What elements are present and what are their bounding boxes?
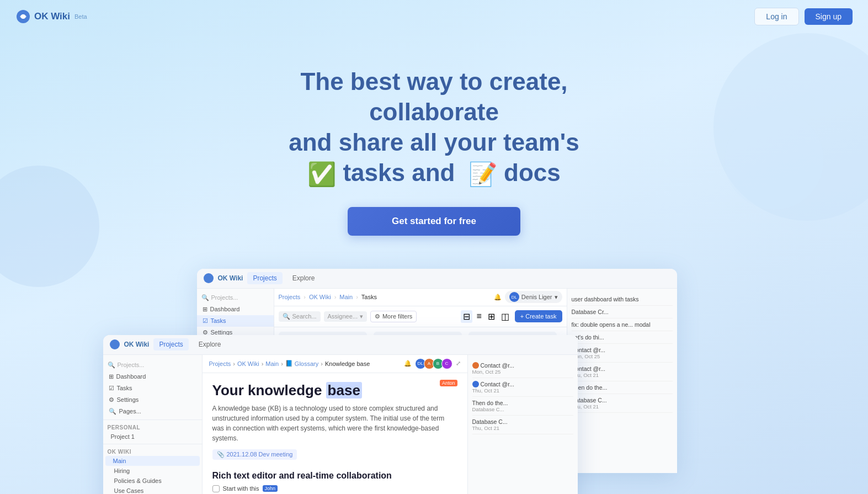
wiki-window-chrome: OK Wiki Projects Explore: [103, 335, 578, 355]
avatar-4: C: [441, 358, 452, 369]
right-task-1[interactable]: user dashboard with tasks: [572, 293, 673, 306]
wiki-nav-pages[interactable]: 🔍 Pages...: [103, 406, 202, 417]
expand-icon[interactable]: ⤢: [456, 360, 461, 367]
sep1: ›: [303, 294, 306, 300]
wiki-sep2: [103, 444, 202, 444]
view-table-icon[interactable]: ⊞: [486, 310, 497, 323]
tasks-toolbar: 🔍 Search... Assignee... ▾ ⚙ More filters…: [274, 306, 567, 327]
tasks-top-right: 🔔 DL Denis Liger ▾: [494, 291, 562, 303]
right-task-5[interactable]: Contact @r... Mon, Oct 25: [572, 344, 673, 363]
right-task-8[interactable]: Database C... Thu, Oct 21: [572, 394, 673, 413]
wiki-bc-main[interactable]: Main: [265, 360, 279, 367]
sep3: ›: [356, 294, 358, 300]
anton-badge: Anton: [440, 380, 457, 386]
avatar-row: DL A B C: [415, 358, 452, 369]
wiki-right-task-1[interactable]: Contact @r... Mon, Oct 25: [472, 359, 573, 378]
tasks-brand-text: OK Wiki: [218, 274, 243, 282]
tasks-sidebar-search[interactable]: 🔍 Projects...: [197, 292, 274, 304]
user-name: Denis Liger: [521, 294, 552, 300]
wiki-right-panel: Contact @r... Mon, Oct 25 Contact @r... …: [467, 355, 578, 494]
wiki-page-title: Your knowledge base: [212, 382, 457, 399]
tasks-right-panel: user dashboard with tasks Database Cr...…: [567, 289, 677, 473]
view-extra-icon[interactable]: ◫: [499, 310, 512, 323]
bc-sep1: ›: [233, 360, 235, 367]
tasks-tab-explore[interactable]: Explore: [287, 272, 321, 284]
wiki-usecases[interactable]: Use Cases: [103, 486, 202, 494]
signup-button[interactable]: Sign up: [805, 8, 853, 25]
wiki-section-title: Rich text editor and real-time collabora…: [212, 471, 457, 481]
tasks-nav-tasks[interactable]: ☑ Tasks: [197, 315, 274, 327]
docs-emoji: 📝: [468, 161, 497, 187]
assignee-label: Assignee...: [328, 313, 358, 320]
wiki-main-item[interactable]: Main: [105, 456, 200, 466]
view-switcher: ⊟ ≡ ⊞ ◫: [461, 310, 511, 323]
wiki-okwiki-label: OK WIKI: [103, 447, 202, 456]
chevron-icon: ▾: [360, 313, 363, 320]
wiki-right-task-4[interactable]: Database C... Thu, Oct 21: [472, 416, 573, 434]
wiki-tab-explore[interactable]: Explore: [193, 338, 227, 350]
right-task-3[interactable]: fix: double opens a ne... modal: [572, 318, 673, 331]
wiki-sep1: [103, 419, 202, 420]
wiki-personal-label: PERSONAL: [103, 422, 202, 432]
login-button[interactable]: Log in: [754, 8, 798, 25]
brand-badge: Beta: [74, 13, 87, 20]
wiki-bc-kb: Knowledge base: [325, 360, 370, 367]
wiki-content-body: Anton Your knowledge base A knowledge ba…: [203, 373, 467, 494]
tasks-window-chrome: OK Wiki Projects Explore: [197, 269, 677, 289]
dashboard-icon: ⊞: [203, 306, 207, 313]
wiki-nav-tasks[interactable]: ☑ Tasks: [103, 383, 202, 394]
breadcrumb-tasks: Tasks: [361, 294, 377, 300]
task-status-dot-1: [472, 362, 479, 369]
view-list-icon[interactable]: ≡: [474, 310, 483, 323]
wiki-date-badge: 📎 2021.12.08 Dev meeting: [212, 449, 297, 460]
right-task-7[interactable]: Then do the...: [572, 381, 673, 394]
wiki-project1[interactable]: Project 1: [103, 432, 202, 442]
brand-name: OK Wiki: [34, 11, 70, 22]
wiki-bc-glossary[interactable]: 📘 Glossary: [285, 360, 318, 367]
task1-checkbox[interactable]: [212, 485, 220, 492]
right-task-4[interactable]: Let's do thi...: [572, 331, 673, 344]
tasks-search[interactable]: 🔍 Search...: [279, 311, 321, 322]
breadcrumb-main[interactable]: Main: [339, 294, 353, 300]
wiki-nav-settings[interactable]: ⚙ Settings: [103, 394, 202, 406]
filter-icon: ⚙: [375, 313, 380, 320]
create-task-button[interactable]: + Create task: [515, 310, 562, 322]
right-task-2[interactable]: Database Cr...: [572, 306, 673, 318]
breadcrumb-projects[interactable]: Projects: [279, 294, 301, 300]
wiki-sidebar-search[interactable]: 🔍 Projects...: [103, 359, 202, 371]
wiki-body-text: A knowledge base (KB) is a technology us…: [212, 403, 457, 443]
search-icon-sm: 🔍: [283, 313, 290, 320]
brand: OK Wiki Beta: [15, 9, 87, 24]
dash-icon: ⊞: [109, 373, 114, 380]
wiki-hiring[interactable]: Hiring: [103, 466, 202, 476]
cta-button[interactable]: Get started for free: [348, 207, 520, 236]
hero-title-pre: tasks and: [343, 159, 455, 186]
wiki-nav-dashboard[interactable]: ⊞ Dashboard: [103, 371, 202, 383]
task1-label: Start with this: [223, 485, 259, 492]
wiki-bc-projects[interactable]: Projects: [209, 360, 231, 367]
tasks-tab-projects[interactable]: Projects: [247, 272, 282, 284]
wiki-tab-projects[interactable]: Projects: [153, 338, 188, 350]
wiki-bc-okwiki[interactable]: OK Wiki: [237, 360, 259, 367]
bc-sep2: ›: [262, 360, 264, 367]
hero-title-line1: The best way to create, collaborate: [300, 68, 567, 125]
highlight-base: base: [326, 382, 362, 399]
wiki-right-task-3[interactable]: Then do the... Database C...: [472, 397, 573, 416]
tasks-icon: ☑: [203, 317, 208, 325]
search-icon: 🔍: [108, 362, 115, 369]
wiki-policies[interactable]: Policies & Guides: [103, 476, 202, 486]
assignee-filter[interactable]: Assignee... ▾: [324, 311, 367, 322]
wiki-breadcrumb-bar: Projects › OK Wiki › Main › 📘 Glossary ›…: [203, 355, 467, 373]
wiki-right-task-2[interactable]: Contact @r... Thu, Oct 21: [472, 378, 573, 397]
app-preview-container: OK Wiki Projects Explore 🔍 Projects... ⊞…: [103, 269, 765, 494]
breadcrumb-okwiki[interactable]: OK Wiki: [309, 294, 331, 300]
tasks-nav-dashboard[interactable]: ⊞ Dashboard: [197, 304, 274, 315]
wiki-main-area: Projects › OK Wiki › Main › 📘 Glossary ›…: [203, 355, 467, 494]
tasks-icon2: ☑: [109, 385, 114, 392]
wiki-app-layout: 🔍 Projects... ⊞ Dashboard ☑ Tasks ⚙ Sett…: [103, 355, 578, 494]
view-board-icon[interactable]: ⊟: [461, 310, 472, 323]
right-task-6[interactable]: Contact @r... Thu, Oct 21: [572, 363, 673, 381]
user-avatar: DL: [509, 292, 519, 302]
more-filters-btn[interactable]: ⚙ More filters: [370, 311, 417, 322]
tasks-emoji: ✅: [307, 161, 336, 187]
